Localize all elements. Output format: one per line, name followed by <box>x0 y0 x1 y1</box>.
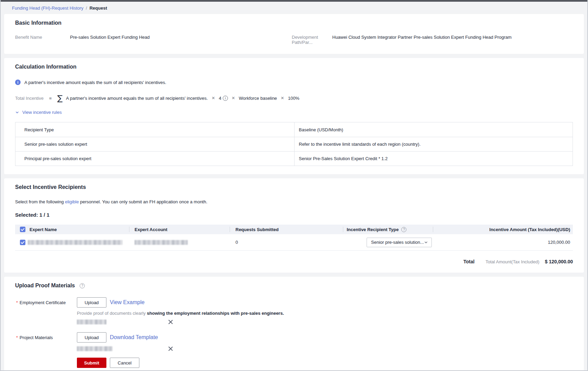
note-prefix: Select from the following <box>15 199 65 204</box>
hint-prefix: Provide proof of documents clearly <box>77 311 147 316</box>
rules-header-baseline: Baseline (USD/Month) <box>294 122 573 137</box>
formula-factor-baseline: Workforce baseline <box>239 96 277 101</box>
equals-sign: = <box>49 96 52 101</box>
info-icon <box>15 80 21 85</box>
upload-materials-title: Upload Proof Materials <box>15 282 75 289</box>
view-incentive-rules-label: View incentive rules <box>22 110 62 115</box>
redacted-expert-account <box>135 240 188 245</box>
chevron-down-icon <box>424 240 428 244</box>
rules-cell-baseline: Refer to the incentive limit standards o… <box>294 137 573 151</box>
benefit-name-value: Pre-sales Solution Expert Funding Head <box>70 35 292 40</box>
download-template-link[interactable]: Download Template <box>110 334 158 340</box>
table-row: Senior pre-sales solution expert Refer t… <box>15 137 573 151</box>
view-incentive-rules-toggle[interactable]: View incentive rules <box>15 110 573 115</box>
view-example-link[interactable]: View Example <box>110 299 145 306</box>
employment-hint: Provide proof of documents clearly showi… <box>77 311 573 316</box>
page: Funding Head (FH)-Request History / Requ… <box>0 0 588 371</box>
remove-file-icon[interactable] <box>168 346 173 351</box>
rules-cell-baseline: Senior Pre-Sales Solution Expert Credit … <box>294 152 573 166</box>
row-checkbox[interactable] <box>20 240 25 245</box>
total-row: Total Total Amount(Tax Included) $ 120,0… <box>15 259 573 264</box>
formula-factor-percent: 100% <box>288 96 299 101</box>
rules-cell-recipient-type: Senior pre-sales solution expert <box>15 137 294 151</box>
header-expert-account: Expert Account <box>129 225 230 234</box>
rules-cell-recipient-type: Principal pre-sales solution expert <box>15 152 294 166</box>
select-recipients-card: Select Incentive Recipients Select from … <box>4 178 584 273</box>
redacted-file-name <box>77 346 113 351</box>
calculation-notice-text: A partner's incentive amount equals the … <box>24 80 166 85</box>
recipients-table-header: Expert Name Expert Account Requests Subm… <box>15 225 573 234</box>
redacted-expert-name <box>28 240 123 245</box>
help-icon[interactable] <box>80 283 85 288</box>
formula-factor-months: 4 <box>219 96 221 101</box>
chevron-down-icon <box>15 110 19 115</box>
incentive-rules-table: Recipient Type Baseline (USD/Month) Seni… <box>15 122 573 166</box>
table-row: Recipient Type Baseline (USD/Month) <box>15 122 573 137</box>
submit-button[interactable]: Submit <box>77 358 106 368</box>
multiply-sign: ✕ <box>232 96 235 100</box>
eligible-link[interactable]: eligible <box>65 199 79 204</box>
info-circle-icon[interactable] <box>223 96 228 101</box>
incentive-amount-value: 120,000.00 <box>433 234 573 250</box>
employment-certificate-label: Employment Certificate <box>20 300 66 305</box>
required-marker: * <box>16 335 18 340</box>
rules-header-recipient-type: Recipient Type <box>15 122 294 137</box>
calculation-notice: A partner's incentive amount equals the … <box>15 80 573 85</box>
employment-file-item <box>77 319 573 325</box>
upload-employment-button[interactable]: Upload <box>77 297 106 308</box>
total-label: Total <box>463 259 474 264</box>
basic-information-title: Basic Information <box>15 20 573 26</box>
header-incentive-recipient-type-label: Incentive Recipient Type <box>347 227 399 232</box>
formula-sum-text: A partner's incentive amount equals the … <box>66 96 208 101</box>
select-recipients-note: Select from the following eligible perso… <box>15 199 573 204</box>
header-expert-name: Expert Name <box>30 225 129 234</box>
select-recipients-title: Select Incentive Recipients <box>15 184 573 191</box>
breadcrumb: Funding Head (FH)-Request History / Requ… <box>1 2 587 14</box>
calculation-information-card: Calculation Information A partner's ince… <box>4 58 584 174</box>
select-all-checkbox[interactable] <box>20 227 25 232</box>
required-marker: * <box>16 300 18 305</box>
header-incentive-amount: Incentive Amount (Tax Included)(USD) <box>433 225 573 234</box>
employment-certificate-field: *Employment Certificate Upload View Exam… <box>15 297 573 325</box>
help-icon[interactable] <box>401 227 406 232</box>
breadcrumb-separator: / <box>86 5 87 11</box>
incentive-formula: Total Incentive = ∑ A partner's incentiv… <box>15 94 573 102</box>
remove-file-icon[interactable] <box>168 320 173 324</box>
breadcrumb-link-request-history[interactable]: Funding Head (FH)-Request History <box>12 5 83 11</box>
hint-bold: showing the employment relationships wit… <box>147 311 284 316</box>
header-requests-submitted: Requests Submitted <box>230 225 343 234</box>
recipient-type-select[interactable]: Senior pre-sales solution... <box>367 238 432 247</box>
upload-materials-card: Upload Proof Materials *Employment Certi… <box>4 277 584 371</box>
project-materials-field: *Project Materials Upload Download Templ… <box>15 332 573 351</box>
basic-information-card: Basic Information Benefit Name Pre-sales… <box>4 14 584 54</box>
benefit-name-label: Benefit Name <box>15 35 70 40</box>
total-sublabel: Total Amount(Tax Included) <box>485 259 539 264</box>
note-suffix: personnel. You can only submit an FH app… <box>79 199 207 204</box>
header-incentive-recipient-type: Incentive Recipient Type <box>343 225 433 234</box>
cancel-button[interactable]: Cancel <box>110 358 139 368</box>
calculation-information-title: Calculation Information <box>15 63 573 70</box>
project-file-item <box>77 346 573 351</box>
development-path-value: Huawei Cloud System Integrator Partner P… <box>332 35 573 40</box>
table-row: 0 Senior pre-sales solution... 120,000.0… <box>15 234 573 251</box>
requests-submitted-value: 0 <box>230 234 343 250</box>
upload-project-button[interactable]: Upload <box>77 332 106 343</box>
redacted-file-name <box>77 320 106 324</box>
sigma-icon: ∑ <box>57 94 63 102</box>
table-row: Principal pre-sales solution expert Seni… <box>15 151 573 166</box>
multiply-sign: ✕ <box>281 96 284 100</box>
formula-result-label: Total Incentive <box>15 96 44 101</box>
recipient-type-selected-value: Senior pre-sales solution... <box>371 240 424 245</box>
multiply-sign: ✕ <box>211 96 215 100</box>
selected-count: Selected: 1 / 1 <box>15 212 573 218</box>
form-actions: Submit Cancel <box>77 358 573 368</box>
breadcrumb-current: Request <box>90 5 107 11</box>
total-amount: $ 120,000.00 <box>545 259 573 264</box>
development-path-label: Development Path/Par... <box>292 35 332 45</box>
basic-information-fields: Benefit Name Pre-sales Solution Expert F… <box>15 35 573 45</box>
project-materials-label: Project Materials <box>20 335 53 340</box>
